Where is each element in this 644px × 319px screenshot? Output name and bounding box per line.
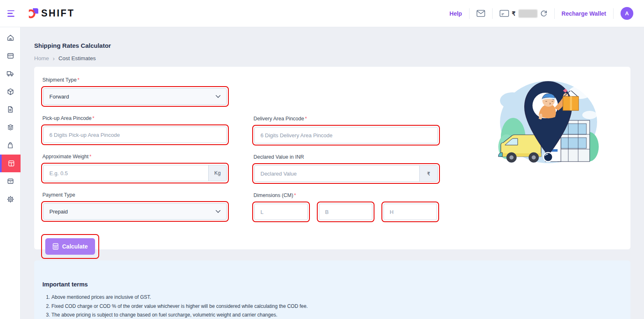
archive-icon [7, 177, 14, 185]
divider [469, 8, 470, 19]
divider [613, 8, 614, 19]
orders-icon [7, 52, 14, 60]
sidebar-item-archive[interactable] [0, 172, 21, 190]
annotation-box-delivery-pincode [252, 125, 440, 145]
delivery-truck-icon [6, 70, 14, 77]
terms-item: The above pricing is subject to change b… [51, 312, 622, 318]
pickup-pincode-input[interactable] [43, 127, 227, 143]
terms-list: Above mentioned prices are inclusive of … [42, 294, 622, 318]
weight-unit-addon: Kg [208, 165, 226, 181]
wallet-balance[interactable]: ₹ [500, 9, 547, 18]
terms-title: Important terms [42, 281, 622, 288]
sidebar-item-shipments[interactable] [0, 65, 21, 83]
breadcrumb-home[interactable]: Home [34, 55, 49, 61]
shipment-type-label: Shipment Type* [42, 77, 229, 83]
sidebar-item-inventory[interactable] [0, 119, 21, 137]
shift-logo[interactable]: SHIFT [29, 7, 74, 20]
terms-item: Above mentioned prices are inclusive of … [51, 294, 622, 300]
dimension-b-input[interactable] [319, 204, 372, 220]
dimensions-label: Dimensions (CM)* [253, 192, 440, 198]
package-icon [7, 88, 14, 96]
settings-gear-icon [7, 195, 14, 203]
sidebar-item-bag[interactable] [0, 136, 21, 155]
payment-type-select[interactable]: Prepaid [43, 203, 227, 220]
annotation-box-dim-h [381, 202, 439, 222]
calculator-icon [53, 243, 58, 250]
sidebar-item-documents[interactable] [0, 101, 21, 119]
dimension-l-input[interactable] [254, 204, 308, 220]
rate-calculator-icon [7, 160, 15, 167]
delivery-pincode-field: Delivery Area Pincode* [252, 116, 440, 145]
wallet-currency: ₹ [512, 10, 516, 17]
sidebar-item-rate-calculator[interactable] [0, 155, 21, 173]
annotation-box-payment-type: Prepaid [41, 201, 229, 222]
annotation-box-weight: Kg [41, 163, 229, 183]
documents-icon [7, 106, 14, 113]
terms-item: Fixed COD charge or COD % of the order v… [51, 303, 622, 310]
sidebar-item-settings[interactable] [0, 190, 21, 209]
logo-text: SHIFT [41, 8, 74, 19]
user-avatar[interactable]: A [621, 7, 633, 20]
shipment-type-field: Shipment Type* Forward [41, 77, 229, 107]
form-left-column: Shipment Type* Forward Pick-up Area Pinc… [41, 77, 229, 259]
annotation-box-calculate: Calculate [41, 234, 99, 259]
annotation-box-pickup-pincode [41, 124, 229, 145]
form-right-column: Delivery Area Pincode* Declared Value in… [252, 77, 440, 259]
annotation-box-dim-l [252, 202, 310, 222]
weight-label: Approximate Weight* [42, 154, 229, 160]
declared-value-field: Declared Value in INR ₹ [252, 154, 440, 184]
bag-icon [7, 141, 14, 149]
divider [492, 8, 493, 19]
mail-icon[interactable] [477, 10, 485, 17]
pickup-pincode-label: Pick-up Area Pincode* [42, 115, 229, 121]
delivery-pincode-input[interactable] [254, 127, 438, 143]
payment-type-label: Payment Type [42, 192, 229, 198]
menu-icon[interactable] [7, 10, 16, 17]
annotation-box-declared-value: ₹ [252, 163, 440, 184]
help-link[interactable]: Help [449, 10, 462, 17]
home-icon [7, 34, 14, 42]
breadcrumb-current: Cost Estimates [58, 55, 96, 61]
dimensions-field: Dimensions (CM)* [252, 192, 440, 222]
sidebar-nav [0, 27, 21, 319]
recharge-wallet-button[interactable]: Recharge Wallet [562, 10, 606, 17]
wallet-card-icon [500, 10, 509, 17]
dimension-h-input[interactable] [384, 204, 437, 220]
declared-value-input[interactable] [255, 166, 419, 181]
sidebar-item-packages[interactable] [0, 83, 21, 101]
payment-type-value: Prepaid [49, 209, 68, 215]
page-title: Shipping Rates Calculator [34, 42, 630, 49]
shipment-type-select[interactable]: Forward [43, 88, 227, 105]
sidebar-item-orders[interactable] [0, 47, 21, 65]
sidebar-item-home[interactable] [0, 29, 21, 47]
important-terms-card: Important terms Above mentioned prices a… [34, 260, 630, 319]
inventory-stack-icon [7, 124, 14, 131]
delivery-illustration [496, 76, 599, 168]
rupee-unit-addon: ₹ [419, 166, 437, 181]
refresh-icon[interactable] [540, 10, 547, 17]
declared-value-label: Declared Value in INR [253, 154, 440, 160]
weight-field: Approximate Weight* Kg [41, 154, 229, 183]
annotation-box-dim-b [317, 202, 374, 222]
divider [554, 8, 555, 19]
calculate-button-label: Calculate [62, 243, 88, 250]
shipment-type-value: Forward [49, 94, 69, 100]
payment-type-field: Payment Type Prepaid [41, 192, 229, 222]
wallet-amount-blurred [518, 9, 537, 18]
rate-calculator-card: Shipment Type* Forward Pick-up Area Pinc… [34, 67, 630, 249]
weight-input[interactable] [44, 165, 208, 181]
delivery-pincode-label: Delivery Area Pincode* [253, 116, 440, 122]
chevron-right-icon: › [53, 55, 55, 61]
shift-logo-icon [29, 7, 40, 20]
breadcrumb: Home › Cost Estimates [34, 55, 630, 61]
calculate-button[interactable]: Calculate [45, 238, 95, 255]
pickup-pincode-field: Pick-up Area Pincode* [41, 115, 229, 145]
main-content: Shipping Rates Calculator Home › Cost Es… [21, 27, 644, 319]
top-header: SHIFT Help ₹ Recharge Wallet A [0, 0, 644, 27]
annotation-box-shipment-type: Forward [41, 86, 229, 107]
chevron-down-icon [216, 95, 221, 98]
chevron-down-icon [216, 210, 221, 213]
